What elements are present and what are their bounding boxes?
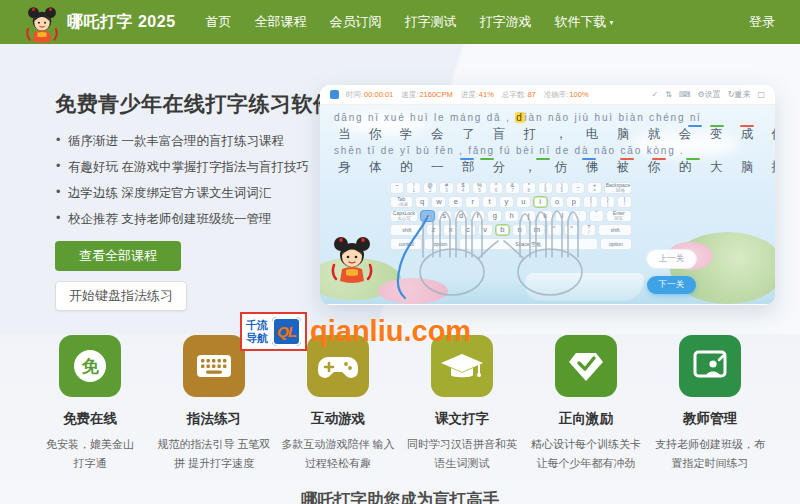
key-symbol: $4 bbox=[456, 182, 470, 194]
key-p: p bbox=[566, 196, 581, 208]
nav-item-home[interactable]: 首页 bbox=[206, 13, 232, 31]
key-control: control bbox=[390, 238, 422, 250]
nav-item-downloads[interactable]: 软件下载▾ bbox=[555, 13, 614, 31]
key-symbol: !1 bbox=[406, 182, 420, 194]
restart-icon: ↻重来 bbox=[728, 89, 751, 100]
hanzi-line-1: 当 你 学 会 了 盲 打 ， 电 脑 就 会 变 成 你 bbox=[334, 126, 769, 143]
toolbar-icons: ✓⇅⌨⚙设置↻重来▢ bbox=[652, 89, 765, 100]
start-finger-practice-button[interactable]: 开始键盘指法练习 bbox=[55, 281, 187, 311]
feature-desc: 支持老师创建班级，布置指定时间练习 bbox=[650, 435, 770, 474]
key-j: j bbox=[521, 210, 536, 222]
key-symbol: |\ bbox=[617, 196, 632, 208]
settings-icon: ⚙设置 bbox=[698, 89, 721, 100]
key-r: r bbox=[465, 196, 480, 208]
navbar: 哪吒打字 2025 首页全部课程会员订阅打字测试打字游戏软件下载▾ 登录 bbox=[0, 0, 800, 44]
key-symbol: :; bbox=[572, 210, 587, 222]
key-enter: Enter回车 bbox=[606, 210, 632, 222]
pinyin-underline bbox=[710, 125, 724, 127]
feature-title: 免费在线 bbox=[63, 410, 117, 428]
watermark-site-link[interactable]: qianliu.com bbox=[310, 315, 471, 348]
pinyin-line-2: shēn tǐ de yī bù fēn , fǎng fú bèi nǐ de… bbox=[334, 143, 769, 159]
typing-stat: 总字数:87 bbox=[502, 90, 536, 100]
key-o: o bbox=[550, 196, 565, 208]
feature-desc: 免安装，媲美金山打字通 bbox=[44, 435, 136, 474]
ql-logo-icon: QL bbox=[272, 317, 301, 346]
hero-bullet-list: 循序渐进 一款丰富合理的盲打练习课程 有趣好玩 在游戏中掌握打字指法与盲打技巧 … bbox=[55, 133, 345, 228]
key-option: option bbox=[424, 238, 456, 250]
key-symbol: ?/ bbox=[581, 224, 596, 236]
pinyin-underline bbox=[536, 158, 550, 160]
feature-card-5: 正向激励精心设计每个训练关卡 让每个少年都有冲劲 bbox=[526, 335, 646, 474]
login-link[interactable]: 登录 bbox=[749, 13, 775, 31]
key-shift: shift bbox=[390, 224, 424, 236]
key-k: k bbox=[538, 210, 553, 222]
main-nav: 首页全部课程会员订阅打字测试打字游戏软件下载▾ bbox=[206, 13, 614, 31]
pinyin-underline bbox=[480, 158, 494, 160]
footer-heading: 哪吒打字助您成为盲打高手 bbox=[0, 489, 800, 504]
features-row: 免免费在线免安装，媲美金山打字通指法练习规范的指法引导 五笔双拼 提升打字速度互… bbox=[0, 335, 800, 474]
hero-bullet: 边学边练 深度绑定官方课文生词词汇 bbox=[55, 185, 345, 202]
key-h: h bbox=[504, 210, 519, 222]
nav-item-membership[interactable]: 会员订阅 bbox=[330, 13, 382, 31]
chevron-down-icon: ▾ bbox=[610, 18, 614, 27]
pinyin-underline bbox=[620, 158, 634, 160]
pinyin-underline bbox=[460, 158, 474, 160]
key-tab: Tab→缩进 bbox=[390, 196, 413, 208]
app-mini-logo-icon bbox=[330, 90, 339, 99]
level-buttons: 上一关 下一关 bbox=[646, 249, 698, 294]
feature-desc: 多款互动游戏陪伴 输入过程轻松有趣 bbox=[278, 435, 398, 474]
qianliu-watermark[interactable]: 千流 导航 QL qianliu.com bbox=[240, 312, 471, 351]
key-capslock: CapsLock大小写 bbox=[390, 210, 418, 222]
key-symbol: (9 bbox=[538, 182, 552, 194]
key-symbol: >. bbox=[564, 224, 579, 236]
view-all-courses-button[interactable]: 查看全部课程 bbox=[55, 241, 181, 271]
app-title: 哪吒打字 2025 bbox=[67, 12, 176, 33]
key-b: b bbox=[495, 224, 510, 236]
hero-text-block: 免费青少年在线打字练习软件 循序渐进 一款丰富合理的盲打练习课程 有趣好玩 在游… bbox=[55, 90, 345, 311]
feature-title: 教师管理 bbox=[683, 410, 737, 428]
pinyin-line-1: dāng nǐ xué huì le máng dǎ , diàn nǎo ji… bbox=[334, 110, 769, 126]
keyboard-feature-icon bbox=[183, 335, 245, 397]
lesson-text: dāng nǐ xué huì le máng dǎ , diàn nǎo ji… bbox=[320, 105, 775, 176]
key-c: c bbox=[460, 224, 475, 236]
feature-desc: 规范的指法引导 五笔双拼 提升打字速度 bbox=[154, 435, 274, 474]
nav-item-typing-test[interactable]: 打字测试 bbox=[405, 13, 457, 31]
key-a: a bbox=[420, 210, 435, 222]
key-m: m bbox=[529, 224, 544, 236]
window-icon: ▢ bbox=[757, 90, 765, 99]
key-symbol: &7 bbox=[505, 182, 519, 194]
previous-level-button: 上一关 bbox=[646, 249, 698, 269]
nav-item-typing-games[interactable]: 打字游戏 bbox=[480, 13, 532, 31]
feature-desc: 同时学习汉语拼音和英语生词测试 bbox=[402, 435, 522, 474]
check-icon: ✓ bbox=[652, 90, 659, 99]
key-symbol: }] bbox=[600, 196, 615, 208]
key-symbol: "' bbox=[589, 210, 604, 222]
key-v: v bbox=[478, 224, 493, 236]
key-g: g bbox=[487, 210, 502, 222]
app-body: dāng nǐ xué huì le máng dǎ , diàn nǎo ji… bbox=[320, 105, 775, 304]
feature-card-6: 教师管理支持老师创建班级，布置指定时间练习 bbox=[650, 335, 770, 474]
virtual-keyboard: ~`!1@2#3$4%5^6&7*8(9)0_-+=Backspace←回格Ta… bbox=[390, 182, 632, 252]
key-i: i bbox=[533, 196, 548, 208]
feature-title: 互动游戏 bbox=[311, 410, 365, 428]
keyboard-row: shiftzxcvbnm<,>.?/shift bbox=[390, 224, 632, 236]
nav-item-all-courses[interactable]: 全部课程 bbox=[255, 13, 307, 31]
key-option: option bbox=[600, 238, 632, 250]
pinyin-underline bbox=[688, 125, 702, 127]
pinyin-underline bbox=[740, 125, 754, 127]
keyboard-icon: ⌨ bbox=[679, 90, 691, 99]
gem-icon bbox=[555, 335, 617, 397]
pinyin-underline bbox=[686, 158, 700, 160]
boat-decoration bbox=[524, 273, 645, 301]
app-toolbar: 时间:00:00:01速度:2160CPM进度:41%总字数:87准确率:100… bbox=[320, 85, 775, 105]
typing-stat: 时间:00:00:01 bbox=[346, 90, 393, 100]
key-symbol: += bbox=[587, 182, 601, 194]
key-s: s bbox=[437, 210, 452, 222]
key-q: q bbox=[415, 196, 430, 208]
feature-card-4: 课文打字同时学习汉语拼音和英语生词测试 bbox=[402, 335, 522, 474]
pinyin-underline bbox=[652, 158, 666, 160]
key-symbol: )0 bbox=[555, 182, 569, 194]
feature-desc: 精心设计每个训练关卡 让每个少年都有冲劲 bbox=[526, 435, 646, 474]
flowers-decoration bbox=[378, 278, 448, 304]
feature-title: 正向激励 bbox=[559, 410, 613, 428]
